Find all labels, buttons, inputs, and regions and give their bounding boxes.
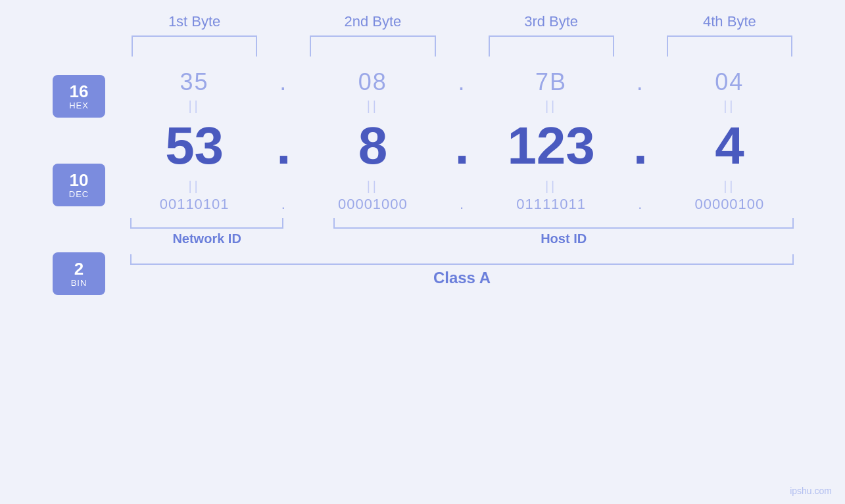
host-id-label: Host ID (333, 229, 794, 246)
dec-dot3: . (627, 116, 654, 176)
network-id-bracket-line (130, 218, 283, 229)
hex-val-2: 08 (358, 68, 387, 95)
dec-val-1: 53 (165, 116, 224, 175)
bin-label: BIN (71, 279, 87, 288)
bin-dot2: . (449, 196, 475, 213)
dec-row: 53 . 8 . 123 . 4 (118, 116, 806, 176)
hex-byte2: 08 (297, 68, 448, 96)
hex-byte3: 7B (475, 68, 627, 96)
byte2-header: 2nd Byte (297, 13, 448, 62)
hex-val-3: 7B (535, 68, 567, 95)
hex-dot3: . (627, 68, 654, 96)
eq4: || (654, 99, 806, 114)
hex-number: 16 (70, 82, 89, 101)
bin-val-4: 00000100 (694, 196, 764, 212)
eq6: || (297, 179, 448, 194)
id-brackets-container: Network ID Host ID (118, 218, 806, 246)
hex-dot1: . (270, 68, 297, 96)
dec-label: DEC (69, 190, 89, 199)
hex-byte1: 35 (118, 68, 270, 96)
watermark: ipshu.com (790, 486, 832, 496)
dec-val-3: 123 (507, 116, 594, 175)
bin-byte3: 01111011 (475, 196, 627, 213)
eq5: || (118, 179, 270, 194)
host-id-bracket-wrapper: Host ID (333, 218, 794, 246)
right-data: 35 . 08 . 7B . 04 (118, 62, 806, 308)
dec-byte1: 53 (118, 120, 270, 172)
hex-byte4: 04 (654, 68, 806, 96)
eq7: || (475, 179, 627, 194)
hex-badge: 16 HEX (53, 75, 105, 118)
byte4-header: 4th Byte (654, 13, 806, 62)
byte3-header: 3rd Byte (475, 13, 627, 62)
hex-dot2: . (449, 68, 475, 96)
class-label: Class A (118, 265, 806, 287)
bin-val-1: 00110101 (160, 196, 229, 212)
byte1-header: 1st Byte (118, 13, 270, 62)
left-badges: 16 HEX 10 DEC 2 BIN (39, 62, 118, 308)
bin-byte2: 00001000 (297, 196, 448, 213)
dec-byte2: 8 (297, 120, 448, 172)
bin-val-2: 00001000 (338, 196, 408, 212)
host-id-bracket-line (333, 218, 794, 229)
dec-byte3: 123 (475, 120, 627, 172)
eq3: || (475, 99, 627, 114)
hex-label: HEX (69, 101, 89, 110)
bin-val-3: 01111011 (516, 196, 586, 212)
hex-val-1: 35 (180, 68, 209, 95)
dec-badge: 10 DEC (53, 164, 105, 206)
dec-byte4: 4 (654, 120, 806, 172)
equals-row-2: || || || || (118, 176, 806, 196)
hex-val-4: 04 (715, 68, 744, 95)
eq2: || (297, 99, 448, 114)
hex-row: 35 . 08 . 7B . 04 (118, 68, 806, 96)
dec-dot2: . (449, 116, 475, 176)
bin-badge: 2 BIN (53, 252, 105, 295)
eq1: || (118, 99, 270, 114)
dec-val-2: 8 (358, 116, 388, 175)
bin-byte1: 00110101 (118, 196, 270, 213)
eq8: || (654, 179, 806, 194)
bin-dot1: . (270, 196, 297, 213)
bin-row: 00110101 . 00001000 . 01111011 . (118, 196, 806, 213)
equals-row-1: || || || || (118, 96, 806, 116)
bin-dot3: . (627, 196, 654, 213)
class-section: Class A (118, 254, 806, 287)
bin-number: 2 (74, 260, 84, 279)
class-bracket-line (130, 254, 794, 265)
network-id-label: Network ID (130, 229, 283, 246)
dec-dot1: . (270, 116, 297, 176)
dec-number: 10 (70, 171, 89, 190)
bin-byte4: 00000100 (654, 196, 806, 213)
rows-area: 16 HEX 10 DEC 2 BIN 35 . (39, 62, 806, 308)
dec-val-4: 4 (715, 116, 744, 175)
main-container: 1st Byte 2nd Byte 3rd Byte 4th Byte 16 H… (0, 0, 845, 504)
network-id-bracket-wrapper: Network ID (130, 218, 283, 246)
